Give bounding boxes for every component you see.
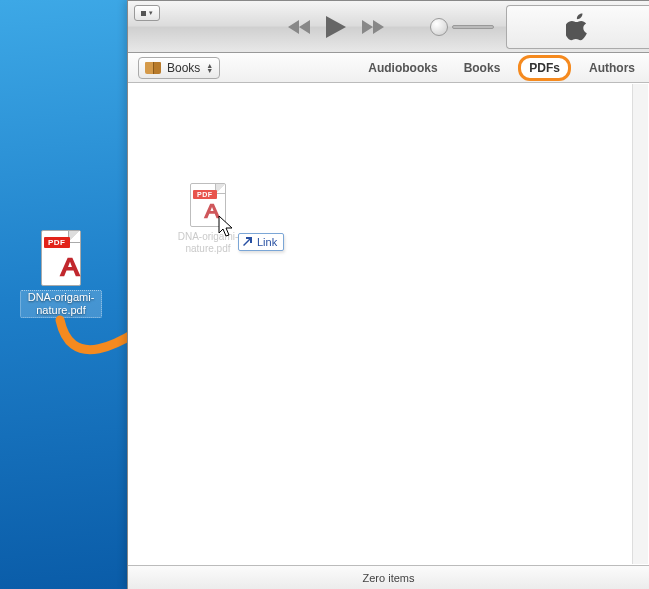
status-bar: Zero items [128,565,649,589]
desktop-background: PDF DNA-origami-nature.pdf [0,0,127,589]
status-text: Zero items [363,572,415,584]
lcd-display [506,5,649,49]
drag-link-tooltip: Link [238,233,284,251]
shortcut-arrow-icon [243,237,253,247]
vertical-scrollbar[interactable] [632,84,648,564]
drag-ghost-label: DNA-origami-nature.pdf [168,231,248,255]
tab-books[interactable]: Books [456,58,509,78]
library-selector-label: Books [167,61,200,75]
pdf-badge: PDF [44,237,70,248]
content-area[interactable]: PDF DNA-origami-nature.pdf Link [128,83,649,565]
desktop-file-pdf[interactable]: PDF DNA-origami-nature.pdf [20,230,102,318]
desktop-file-label: DNA-origami-nature.pdf [20,290,102,318]
updown-icon: ▲▼ [206,63,213,73]
volume-slider[interactable] [430,18,494,36]
drag-link-label: Link [257,236,277,248]
next-button[interactable] [362,20,384,34]
tab-authors[interactable]: Authors [581,58,643,78]
itunes-window: ▾ Books ▲▼ A [127,0,649,589]
volume-track [452,25,494,29]
tab-pdfs[interactable]: PDFs [518,55,571,81]
category-tabs: Audiobooks Books PDFs Authors [360,55,643,81]
play-button[interactable] [326,16,346,38]
pdf-file-icon: PDF [33,230,89,286]
adobe-reader-icon [201,200,223,222]
playback-controls [288,16,384,38]
book-icon [145,62,161,74]
view-mode-control[interactable]: ▾ [134,5,160,21]
tab-audiobooks[interactable]: Audiobooks [360,58,445,78]
apple-logo-icon [566,13,590,41]
pdf-badge: PDF [193,190,217,199]
library-selector[interactable]: Books ▲▼ [138,57,220,79]
pdf-file-icon: PDF [186,183,230,227]
volume-knob-icon [430,18,448,36]
previous-button[interactable] [288,20,310,34]
toolbar: Books ▲▼ Audiobooks Books PDFs Authors [128,53,649,83]
titlebar: ▾ [128,1,649,53]
adobe-reader-icon [56,253,84,281]
drag-ghost-file: PDF DNA-origami-nature.pdf [168,183,248,255]
